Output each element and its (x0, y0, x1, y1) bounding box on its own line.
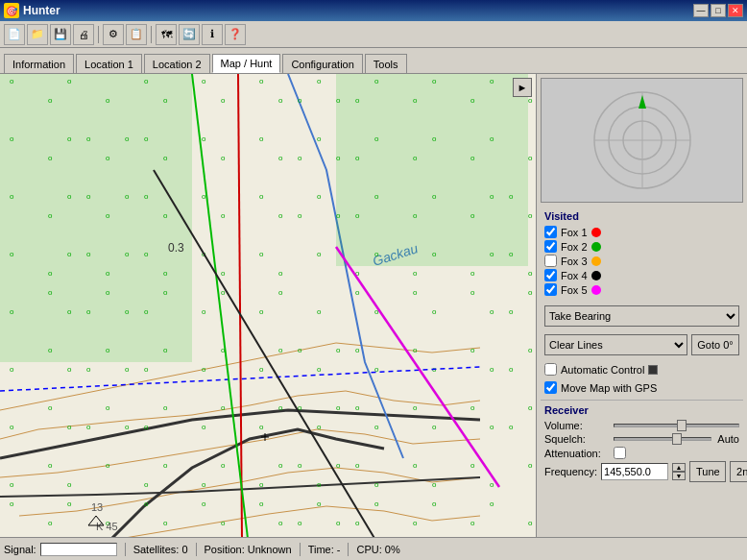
fox3-dot (591, 256, 601, 266)
help-button[interactable]: ❓ (225, 24, 246, 45)
volume-slider-thumb[interactable] (677, 420, 687, 431)
frequency-label: Frequency: (544, 466, 597, 477)
attenuation-label: Attenuation: (544, 448, 610, 459)
minimize-button[interactable]: — (693, 4, 709, 17)
tab-information[interactable]: Information (4, 54, 74, 73)
fox1-checkbox[interactable] (544, 226, 557, 238)
fox4-dot (591, 271, 601, 280)
signal-label: Signal: (4, 544, 36, 555)
compass-area (541, 78, 743, 203)
refresh-button[interactable]: 🔄 (179, 24, 200, 45)
controls-section: Take Bearing Clear Lines Goto 0° Automat… (541, 302, 743, 400)
signal-item: Signal: (4, 543, 117, 556)
compass (590, 87, 695, 193)
statusbar: Signal: Satellites: 0 Position: Unknown … (0, 537, 747, 560)
save-button[interactable]: 💾 (50, 24, 71, 45)
clear-goto-row: Clear Lines Goto 0° (544, 334, 739, 355)
tab-map-hunt[interactable]: Map / Hunt (212, 54, 281, 73)
move-map-checkbox[interactable] (544, 381, 557, 394)
fox2-label: Fox 2 (561, 241, 588, 253)
fox1-row: Fox 1 (544, 226, 739, 238)
fox-section: Visited Fox 1 Fox 2 Fox 3 Fox 4 (541, 207, 743, 302)
window-title: Hunter (23, 4, 60, 17)
fox3-label: Fox 3 (561, 256, 588, 267)
auto-indicator (648, 365, 658, 375)
squelch-slider-thumb[interactable] (672, 433, 682, 445)
satellites-label: Satellites: 0 (133, 544, 188, 555)
toolbar-sep2 (151, 26, 152, 43)
tab-tools[interactable]: Tools (365, 54, 407, 73)
volume-slider-track (614, 424, 739, 427)
squelch-label: Squelch: (544, 433, 610, 445)
list-button[interactable]: 📋 (126, 24, 147, 45)
fox3-row: Fox 3 (544, 255, 739, 267)
fox1-label: Fox 1 (561, 227, 588, 238)
take-bearing-select[interactable]: Take Bearing (544, 305, 739, 327)
auto-control-checkbox[interactable] (544, 363, 557, 376)
main-content: ► (0, 73, 747, 537)
info-button[interactable]: ℹ (202, 24, 223, 45)
signal-bar (40, 543, 117, 556)
second-button[interactable]: 2nd (730, 461, 747, 482)
status-sep1 (125, 543, 126, 556)
move-map-row: Move Map with GPS (544, 381, 739, 394)
status-sep4 (348, 543, 349, 556)
settings-button[interactable]: ⚙ (103, 24, 124, 45)
toolbar-sep1 (98, 26, 99, 43)
frequency-input[interactable]: 145,550.0 (601, 463, 668, 480)
map-canvas[interactable] (0, 74, 536, 537)
fox2-checkbox[interactable] (544, 240, 557, 253)
maximize-button[interactable]: □ (711, 4, 726, 17)
fox4-row: Fox 4 (544, 269, 739, 281)
status-sep3 (300, 543, 301, 556)
squelch-row: Squelch: Auto (544, 433, 739, 445)
fox2-row: Fox 2 (544, 240, 739, 253)
volume-row: Volume: (544, 420, 739, 431)
tab-location2[interactable]: Location 2 (144, 54, 210, 73)
toolbar: 📄 📁 💾 🖨 ⚙ 📋 🗺 🔄 ℹ ❓ (0, 21, 747, 48)
visited-label: Visited (544, 210, 739, 222)
frequency-spinner: ▲ ▼ (672, 463, 686, 480)
fox1-dot (591, 228, 601, 237)
map-expand-button[interactable]: ► (513, 78, 532, 97)
frequency-spin-up[interactable]: ▲ (672, 463, 686, 472)
squelch-auto-label: Auto (717, 433, 739, 445)
fox2-dot (591, 242, 601, 252)
clear-lines-select[interactable]: Clear Lines (544, 334, 687, 355)
fox5-checkbox[interactable] (544, 283, 557, 296)
titlebar: 🎯 Hunter — □ ✕ (0, 0, 747, 21)
frequency-spin-down[interactable]: ▼ (672, 472, 686, 480)
auto-control-row: Automatic Control (544, 363, 739, 376)
fox5-dot (591, 285, 601, 295)
tune-button[interactable]: Tune (689, 461, 726, 482)
fox4-label: Fox 4 (561, 270, 588, 281)
move-map-label: Move Map with GPS (561, 382, 657, 394)
attenuation-checkbox[interactable] (614, 447, 626, 459)
auto-control-label: Automatic Control (561, 364, 644, 376)
time-label: Time: - (308, 544, 341, 555)
status-sep2 (196, 543, 197, 556)
fox5-label: Fox 5 (561, 284, 588, 296)
app-icon: 🎯 (4, 3, 19, 18)
svg-marker-5 (639, 95, 646, 109)
position-label: Position: Unknown (205, 544, 292, 555)
fox3-checkbox[interactable] (544, 255, 557, 267)
close-button[interactable]: ✕ (728, 4, 743, 17)
fox4-checkbox[interactable] (544, 269, 557, 281)
receiver-section: Receiver Volume: Squelch: Auto At (541, 400, 743, 488)
print-button[interactable]: 🖨 (73, 24, 94, 45)
open-button[interactable]: 📁 (27, 24, 48, 45)
cpu-label: CPU: 0% (356, 544, 399, 555)
new-button[interactable]: 📄 (4, 24, 25, 45)
take-bearing-row: Take Bearing (544, 305, 739, 327)
goto-button[interactable]: Goto 0° (691, 334, 739, 355)
map-area[interactable]: ► (0, 74, 536, 537)
squelch-slider-track (614, 437, 711, 441)
receiver-label: Receiver (544, 404, 739, 416)
tabs: Information Location 1 Location 2 Map / … (0, 48, 747, 73)
map-button[interactable]: 🗺 (156, 24, 177, 45)
tab-location1[interactable]: Location 1 (76, 54, 142, 73)
titlebar-left: 🎯 Hunter (4, 3, 60, 18)
tab-configuration[interactable]: Configuration (282, 54, 362, 73)
frequency-row: Frequency: 145,550.0 ▲ ▼ Tune 2nd (544, 461, 739, 482)
